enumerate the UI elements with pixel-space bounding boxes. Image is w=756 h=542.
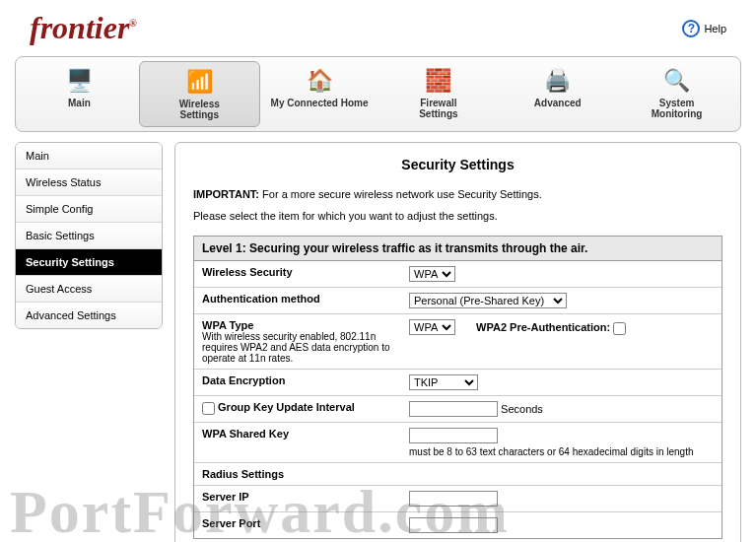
server-port-label: Server Port [202,517,399,529]
auth-method-label: Authentication method [202,293,399,305]
main-icon: 🖥️ [63,67,95,95]
sidebar-item-security-settings[interactable]: Security Settings [16,249,162,276]
monitor-icon: 🔍 [661,67,693,95]
group-key-unit: Seconds [501,403,543,415]
group-key-input[interactable] [409,401,498,417]
sidebar-item-guest-access[interactable]: Guest Access [16,276,162,303]
wireless-security-label: Wireless Security [202,266,399,278]
sidebar-item-simple-config[interactable]: Simple Config [16,196,162,223]
nav-wireless-settings[interactable]: 📶 Wireless Settings [139,61,260,127]
top-nav: 🖥️ Main 📶 Wireless Settings 🏠 My Connect… [15,56,741,132]
sidebar-item-advanced-settings[interactable]: Advanced Settings [16,303,162,328]
help-label: Help [704,23,726,34]
preauth-label: WPA2 Pre-Authentication: [476,321,610,333]
help-link[interactable]: ? Help [682,20,726,37]
data-encryption-select[interactable]: TKIP [409,374,478,390]
nav-connected-home[interactable]: 🏠 My Connected Home [260,61,379,127]
main-panel: Security Settings IMPORTANT: For a more … [174,142,741,542]
group-key-checkbox[interactable] [202,402,215,415]
nav-advanced[interactable]: 🖨️ Advanced [498,61,617,127]
shared-key-input[interactable] [409,428,498,443]
wpa-type-select[interactable]: WPA [409,319,455,335]
data-encryption-label: Data Encryption [202,374,399,386]
wpa-type-hint: With wireless security enabled, 802.11n … [202,331,399,364]
sidebar-item-main[interactable]: Main [16,143,162,169]
server-ip-input[interactable] [409,491,498,507]
shared-key-label: WPA Shared Key [202,428,399,440]
sidebar-item-wireless-status[interactable]: Wireless Status [16,169,162,196]
brand-logo: frontier [30,10,137,46]
wireless-security-select[interactable]: WPA [409,266,455,282]
auth-method-select[interactable]: Personal (Pre-Shared Key) [409,293,567,308]
radius-title: Radius Settings [194,463,722,486]
page-title: Security Settings [193,157,722,172]
server-port-input[interactable] [409,517,498,533]
firewall-icon: 🧱 [423,67,454,95]
settings-panel: Level 1: Securing your wireless traffic … [193,236,722,539]
wireless-icon: 📶 [183,68,215,96]
panel-header: Level 1: Securing your wireless traffic … [194,237,722,261]
advanced-icon: 🖨️ [542,67,574,95]
preauth-checkbox[interactable] [613,322,626,335]
sidebar: Main Wireless Status Simple Config Basic… [15,142,163,329]
instruction-text: Please select the item for which you wan… [193,210,722,222]
wpa-type-label: WPA Type With wireless security enabled,… [202,319,399,364]
shared-key-hint: must be 8 to 63 text characters or 64 he… [409,446,714,457]
nav-main[interactable]: 🖥️ Main [20,61,139,127]
nav-system-monitoring[interactable]: 🔍 System Monitoring [617,61,736,127]
server-ip-label: Server IP [202,491,399,503]
nav-firewall[interactable]: 🧱 Firewall Settings [378,61,498,127]
sidebar-item-basic-settings[interactable]: Basic Settings [16,223,162,249]
important-note: IMPORTANT: For a more secure wireless ne… [193,188,722,200]
home-icon: 🏠 [304,67,335,95]
group-key-label: Group Key Update Interval [202,401,399,415]
help-icon: ? [682,20,700,37]
